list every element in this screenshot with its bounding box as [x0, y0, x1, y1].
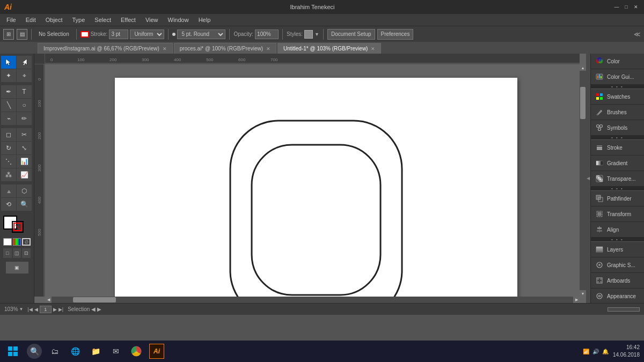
zoom-dropdown[interactable]: ▼: [19, 307, 24, 312]
menu-type[interactable]: Type: [68, 16, 90, 24]
transform-again-tool[interactable]: ⟲: [1, 198, 16, 211]
symbol-sprayer[interactable]: ⁂: [1, 168, 16, 181]
gradient-color[interactable]: [13, 238, 21, 246]
zoom-tool[interactable]: 🔍: [17, 198, 32, 211]
panel-color-guide[interactable]: Color Gui...: [591, 69, 644, 85]
panel-collapse-handle[interactable]: ◀: [586, 54, 590, 303]
panel-color[interactable]: Color: [591, 54, 644, 69]
menu-window[interactable]: Window: [164, 16, 193, 24]
panel-brushes[interactable]: Brushes: [591, 105, 644, 120]
start-button[interactable]: [4, 343, 21, 360]
direct-selection-tool[interactable]: [17, 56, 32, 69]
selection-tool[interactable]: [1, 56, 16, 69]
taskbar-browser-btn[interactable]: 🌐: [68, 344, 83, 359]
nav-first-btn[interactable]: |◀: [28, 307, 33, 312]
menu-view[interactable]: View: [141, 16, 163, 24]
taskbar-chrome-btn[interactable]: [129, 344, 144, 359]
menu-help[interactable]: Help: [194, 16, 215, 24]
scroll-up-btn[interactable]: ▲: [580, 64, 586, 71]
menu-file[interactable]: File: [2, 16, 20, 24]
panel-gradient[interactable]: Gradient: [591, 156, 644, 171]
taskbar-ai-btn[interactable]: Ai: [149, 344, 164, 359]
panel-appearance[interactable]: Appearance: [591, 289, 644, 303]
line-tool[interactable]: ╲: [1, 99, 16, 112]
panel-transparency[interactable]: Transpare...: [591, 171, 644, 187]
chart-tool[interactable]: 📊: [17, 155, 32, 168]
toolbar-view-icon[interactable]: ▤: [17, 29, 27, 40]
pen-tool[interactable]: ✒: [1, 85, 16, 98]
panel-symbols[interactable]: Symbols: [591, 120, 644, 136]
stroke-color-preview[interactable]: [80, 31, 89, 38]
styles-preview[interactable]: [304, 30, 313, 39]
panel-graphic-styles[interactable]: Graphic S...: [591, 257, 644, 273]
clock[interactable]: 16:42 14.06.2018: [613, 344, 640, 359]
tab-1[interactable]: proces.ai* @ 100% (RGB/Preview) ✕: [174, 43, 276, 54]
scissors-tool[interactable]: ✂: [17, 128, 32, 141]
document-setup-button[interactable]: Document Setup: [327, 29, 375, 40]
menu-effect[interactable]: Effect: [116, 16, 140, 24]
stroke-input[interactable]: [109, 29, 128, 39]
notification-icon[interactable]: 🔔: [602, 349, 609, 354]
draw-inside-btn[interactable]: ⊡: [22, 248, 31, 258]
tab-0[interactable]: ImprovedInstagram.ai @ 66,67% (RGB/Previ…: [38, 43, 173, 54]
stroke-type-select[interactable]: Uniform: [130, 29, 164, 39]
vscroll-thumb[interactable]: [580, 87, 586, 119]
scroll-right-btn[interactable]: ▶: [573, 297, 580, 303]
panel-transform[interactable]: Transform: [591, 206, 644, 222]
eraser-tool[interactable]: ◻: [1, 128, 16, 141]
panel-align[interactable]: Align: [591, 222, 644, 238]
close-button[interactable]: ✕: [632, 3, 640, 11]
brush-tool[interactable]: ⌁: [1, 112, 16, 125]
nav-prev-btn[interactable]: ◀: [34, 307, 38, 312]
panel-swatches[interactable]: Swatches: [591, 89, 644, 105]
status-arrow-left[interactable]: ◀: [91, 306, 96, 312]
stroke-color-box[interactable]: [12, 221, 24, 233]
volume-icon[interactable]: 🔊: [592, 349, 599, 354]
screen-mode-btn[interactable]: ▣: [3, 262, 31, 274]
scrollbar-vertical[interactable]: ▲ ▼: [580, 64, 586, 297]
tab-0-close[interactable]: ✕: [163, 46, 167, 51]
window-controls[interactable]: — □ ✕: [613, 3, 640, 11]
scrollbar-horizontal[interactable]: ◀ ▶: [45, 297, 580, 303]
type-tool[interactable]: T: [17, 85, 32, 98]
panel-pathfinder[interactable]: Pathfinder: [591, 191, 644, 206]
hscroll-thumb[interactable]: [73, 297, 116, 302]
taskbar-explorer-btn[interactable]: 📁: [88, 344, 103, 359]
scale-tool[interactable]: ⤡: [17, 142, 32, 154]
toolbar-collapse-icon[interactable]: ≪: [634, 31, 641, 38]
magic-wand-tool[interactable]: ✦: [1, 69, 16, 82]
status-arrow-right[interactable]: ▶: [97, 306, 101, 312]
opacity-input[interactable]: [255, 29, 279, 39]
taskbar-mail-btn[interactable]: ✉: [108, 344, 123, 359]
zoom-control[interactable]: 103% ▼: [4, 306, 24, 312]
panel-layers[interactable]: Layers: [591, 242, 644, 257]
styles-dropdown[interactable]: ▼: [314, 32, 319, 37]
screen-mode-icon[interactable]: ▣: [6, 262, 28, 274]
blend-tool[interactable]: ⟁: [1, 184, 16, 197]
panel-stroke[interactable]: Stroke: [591, 140, 644, 156]
bar-chart-tool[interactable]: 📈: [17, 168, 32, 181]
maximize-button[interactable]: □: [623, 3, 630, 11]
menu-select[interactable]: Select: [90, 16, 115, 24]
artboard-num-input[interactable]: [40, 306, 52, 313]
none-stroke[interactable]: ∅: [22, 238, 31, 246]
draw-behind-btn[interactable]: ◫: [13, 248, 21, 258]
menu-edit[interactable]: Edit: [21, 16, 40, 24]
tab-2[interactable]: Untitled-1* @ 103% (RGB/Preview) ✕: [277, 43, 381, 54]
preferences-button[interactable]: Preferences: [377, 29, 414, 40]
nav-last-btn[interactable]: ▶|: [58, 307, 63, 312]
scroll-left-btn[interactable]: ◀: [45, 297, 52, 303]
nav-next-btn[interactable]: ▶: [53, 307, 57, 312]
draw-normal-btn[interactable]: □: [3, 248, 12, 258]
warp-tool[interactable]: ⋱: [1, 155, 16, 168]
ellipse-tool[interactable]: ○: [17, 99, 32, 112]
menu-object[interactable]: Object: [41, 16, 67, 24]
none-color[interactable]: [3, 238, 12, 246]
scroll-down-btn[interactable]: ▼: [580, 290, 586, 297]
taskbar-search-btn[interactable]: 🔍: [27, 344, 42, 359]
toolbar-layout-icon[interactable]: ⊞: [3, 29, 14, 40]
panel-artboards[interactable]: Artboards: [591, 273, 644, 289]
rotate-tool[interactable]: ↻: [1, 142, 16, 154]
network-icon[interactable]: 📶: [583, 349, 589, 354]
perspective-tool[interactable]: ⬡: [17, 184, 32, 197]
